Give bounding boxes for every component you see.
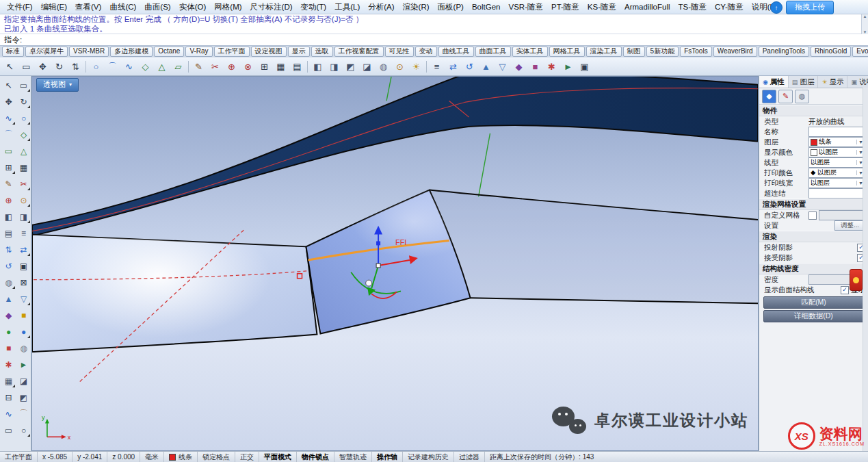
left-tool-icon[interactable]: ⊟ bbox=[1, 389, 16, 405]
left-tool-icon[interactable]: ▲ bbox=[1, 291, 16, 307]
toolbar-tab[interactable]: 多边形建模 bbox=[110, 47, 153, 57]
toolbar-icon[interactable]: ○ bbox=[88, 59, 104, 75]
toolbar-icon[interactable]: ↻ bbox=[51, 59, 67, 75]
menu-item[interactable]: TS-随意 bbox=[674, 1, 711, 13]
menu-item[interactable]: CY-随意 bbox=[711, 1, 748, 13]
toolbar-icon[interactable]: ◇ bbox=[137, 59, 153, 75]
left-tool-icon[interactable]: ⇄ bbox=[16, 242, 31, 257]
toolbar-icon[interactable]: ≡ bbox=[429, 59, 445, 75]
left-tool-icon[interactable]: ◇ bbox=[16, 127, 31, 142]
left-tool-icon[interactable]: ▤ bbox=[1, 225, 16, 241]
toolbar-icon[interactable]: ◍ bbox=[376, 59, 391, 75]
left-tool-icon[interactable]: ⌒ bbox=[1, 127, 16, 142]
viewport-canvas[interactable]: FFI x y bbox=[32, 77, 758, 450]
left-tool-icon[interactable]: ▽ bbox=[16, 291, 31, 307]
toolbar-tab[interactable]: 制图 bbox=[623, 47, 645, 57]
menu-item[interactable]: 查看(V) bbox=[71, 1, 105, 13]
status-toggle[interactable]: 物件锁点 bbox=[297, 452, 334, 462]
left-tool-icon[interactable]: △ bbox=[16, 143, 31, 159]
match-button[interactable]: 匹配(M) bbox=[763, 296, 864, 309]
status-toggle[interactable]: 正交 bbox=[235, 452, 259, 462]
menu-item[interactable]: 工具(L) bbox=[330, 1, 364, 13]
hyperlink-input[interactable] bbox=[808, 188, 865, 198]
toolbar-tab[interactable]: 实体工具 bbox=[512, 47, 548, 57]
toolbar-icon[interactable]: ▲ bbox=[478, 59, 494, 75]
toolbar-tab[interactable]: 曲线工具 bbox=[438, 47, 474, 57]
toolbar-tab[interactable]: WeaverBird bbox=[713, 47, 757, 57]
panel-scrollbar[interactable] bbox=[863, 88, 868, 451]
toolbar-icon[interactable]: ⊗ bbox=[240, 59, 256, 75]
status-toggle[interactable]: 智慧轨迹 bbox=[334, 452, 372, 462]
toolbar-icon[interactable] bbox=[425, 60, 428, 74]
name-input[interactable] bbox=[808, 127, 865, 137]
toolbar-tab[interactable]: 选取 bbox=[311, 47, 333, 57]
left-tool-icon[interactable]: ◪ bbox=[16, 373, 31, 389]
toolbar-icon[interactable]: ✂ bbox=[207, 59, 223, 75]
left-tool-icon[interactable]: ⌒ bbox=[16, 406, 31, 422]
toolbar-icon[interactable]: ► bbox=[560, 59, 576, 75]
toolbar-icon[interactable]: ◆ bbox=[511, 59, 527, 75]
toolbar-icon[interactable]: ✱ bbox=[544, 59, 560, 75]
left-tool-icon[interactable]: ≡ bbox=[16, 225, 31, 241]
left-tool-icon[interactable]: ● bbox=[1, 324, 16, 339]
current-layer[interactable]: 线条 bbox=[164, 452, 198, 462]
status-toggle[interactable]: 记录建构历史 bbox=[403, 452, 454, 462]
left-tool-icon[interactable]: ⊠ bbox=[16, 274, 31, 290]
panel-tab[interactable]: ▣ 说明 bbox=[847, 76, 868, 88]
left-tool-icon[interactable]: ▦ bbox=[1, 373, 16, 389]
panel-tab[interactable]: ☀ 显示 bbox=[818, 76, 847, 88]
toolbar-tab[interactable]: RhinoGold bbox=[811, 47, 851, 57]
toolbar-icon[interactable]: △ bbox=[154, 59, 170, 75]
status-toggle[interactable]: 锁定格点 bbox=[198, 452, 235, 462]
status-toggle[interactable]: 平面模式 bbox=[259, 452, 297, 462]
left-tool-icon[interactable]: ◧ bbox=[1, 209, 16, 224]
toolbar-icon[interactable]: ⇅ bbox=[68, 59, 83, 75]
menu-item[interactable]: 渲染(R) bbox=[399, 1, 434, 13]
units-label[interactable]: 毫米 bbox=[140, 452, 164, 462]
toolbar-tab[interactable]: 可见性 bbox=[385, 47, 414, 57]
menu-item[interactable]: 分析(A) bbox=[364, 1, 398, 13]
toolbar-tab[interactable]: VSR-MBR bbox=[69, 47, 109, 57]
status-toggle[interactable]: 过滤器 bbox=[454, 452, 485, 462]
menu-item[interactable]: 变动(T) bbox=[297, 1, 331, 13]
left-tool-icon[interactable]: ○ bbox=[16, 110, 31, 126]
panel-toolbar-icon[interactable]: ◍ bbox=[795, 90, 809, 103]
toolbar-icon[interactable]: ▽ bbox=[495, 59, 510, 75]
toolbar-icon[interactable]: ◩ bbox=[343, 59, 358, 75]
upload-button-label[interactable]: 拖拽上传 bbox=[786, 1, 834, 14]
left-tool-icon[interactable]: ✎ bbox=[1, 176, 16, 192]
left-tool-icon[interactable]: ◨ bbox=[16, 209, 31, 224]
viewport-title-tab[interactable]: 透视图 ▾ bbox=[36, 78, 79, 92]
toolbar-icon[interactable]: ■ bbox=[527, 59, 543, 75]
left-tool-icon[interactable]: ● bbox=[16, 324, 31, 339]
menu-item[interactable]: 尺寸标注(D) bbox=[246, 1, 297, 13]
toolbar-icon[interactable]: ✎ bbox=[191, 59, 207, 75]
custom-mesh-checkbox[interactable] bbox=[808, 211, 817, 220]
toolbar-tab[interactable]: 工作平面 bbox=[214, 47, 250, 57]
left-tool-icon[interactable]: ⊙ bbox=[16, 192, 31, 208]
left-tool-icon[interactable]: ◩ bbox=[16, 389, 31, 405]
menu-item[interactable]: 面板(P) bbox=[434, 1, 468, 13]
panel-tab[interactable]: ◉ 属性 bbox=[759, 76, 789, 88]
scroll-up-icon[interactable]: ▲ bbox=[863, 14, 867, 18]
panel-toolbar-icon[interactable]: ◆ bbox=[762, 90, 776, 103]
left-tool-icon[interactable]: ◆ bbox=[1, 307, 16, 323]
left-tool-icon[interactable]: ■ bbox=[16, 307, 31, 323]
left-tool-icon[interactable]: ▭ bbox=[16, 77, 31, 93]
menu-item[interactable]: 曲面(S) bbox=[140, 1, 174, 13]
toolbar-icon[interactable]: ◨ bbox=[326, 59, 342, 75]
left-tool-icon[interactable]: ∿ bbox=[1, 406, 16, 422]
left-tool-icon[interactable]: ◍ bbox=[16, 340, 31, 356]
left-tool-icon[interactable]: ◍ bbox=[1, 274, 16, 290]
menu-item[interactable]: 编辑(E) bbox=[37, 1, 71, 13]
toolbar-tab[interactable]: EvolutePro bbox=[852, 47, 868, 57]
left-tool-icon[interactable]: ⇅ bbox=[1, 242, 16, 257]
panel-toolbar-icon[interactable]: ✎ bbox=[778, 90, 793, 103]
left-tool-icon[interactable]: ▦ bbox=[16, 159, 31, 175]
command-input[interactable] bbox=[25, 34, 864, 45]
toolbar-tab[interactable]: Octane bbox=[154, 47, 184, 57]
adjust-button[interactable]: 调整... bbox=[834, 220, 865, 231]
toolbar-tab[interactable]: FsTools bbox=[680, 47, 711, 57]
display-color-dropdown[interactable]: 以图层 ▼ bbox=[808, 147, 865, 157]
menu-item[interactable]: 文件(F) bbox=[3, 1, 37, 13]
